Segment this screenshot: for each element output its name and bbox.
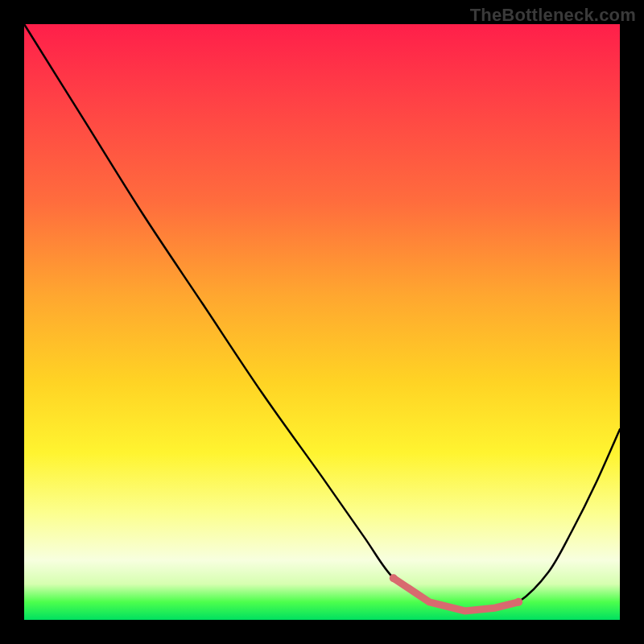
optimal-start-dot [390,574,398,582]
optimal-zone-highlight [394,578,518,611]
bottleneck-curve [24,24,620,611]
curve-svg [24,24,620,620]
chart-frame: TheBottleneck.com [0,0,644,644]
optimal-end-dot [514,598,522,606]
watermark-text: TheBottleneck.com [470,5,636,26]
plot-area [24,24,620,620]
